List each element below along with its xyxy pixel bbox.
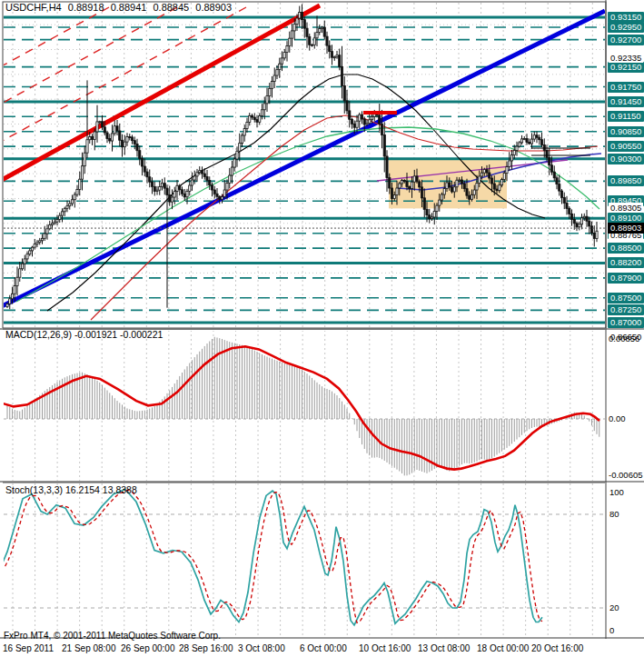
time-axis-label: 21 Sep 08:00 (62, 643, 116, 653)
price-axis-label: 0.90550 (608, 141, 644, 152)
time-axis-label: 20 Oct 16:00 (531, 643, 583, 653)
time-axis-label: 10 Oct 16:00 (359, 643, 411, 653)
quote-high: 0.88941 (111, 2, 147, 13)
price-axis-label: 0.91150 (608, 111, 644, 122)
time-axis-label: 6 Oct 00:00 (300, 643, 347, 653)
price-axis-label: 0.91750 (608, 82, 644, 93)
stoch-axis-label: 80 (609, 509, 619, 519)
time-axis-label: 18 Oct 00:00 (477, 643, 529, 653)
price-axis-label: 0.91450 (608, 96, 644, 107)
mt4-chart-window: USDCHF,H4 0.88918 0.88941 0.88845 0.8890… (0, 0, 644, 657)
stoch-axis-label: 0 (609, 625, 614, 635)
price-axis-label: 0.87250 (608, 304, 644, 315)
quote-close: 0.88903 (195, 2, 232, 13)
current-price-label: 0.88903 (608, 223, 644, 234)
time-axis-label: 26 Sep 00:00 (121, 643, 175, 653)
chart-symbol: USDCHF,H4 (5, 2, 62, 13)
price-axis-label: 0.88500 (608, 243, 644, 254)
copyright-text: FxPro MT4, © 2001-2011 MetaQuotes Softwa… (4, 631, 221, 641)
price-axis-label: 0.88200 (608, 257, 644, 268)
stoch-indicator-label: Stoch(13,3,3) 16.2154 13.8388 (5, 484, 137, 495)
time-axis-label: 13 Oct 08:00 (418, 643, 470, 653)
price-axis-label: 0.89850 (608, 175, 644, 186)
stoch-axis-label: 20 (609, 602, 619, 612)
time-axis-label: 28 Sep 16:00 (179, 643, 233, 653)
price-axis-plain-label: 0.92335 (609, 53, 643, 63)
stoch-label: Stoch(13,3,3) (5, 484, 63, 495)
quote-low: 0.88845 (153, 2, 189, 13)
stoch-values: 16.2154 13.8388 (65, 484, 137, 495)
price-axis-plain-label: 0.89305 (609, 203, 643, 213)
stoch-panel-area[interactable] (4, 483, 605, 637)
price-axis-label: 0.90850 (608, 126, 644, 137)
price-axis-label: 0.90300 (608, 154, 644, 164)
chart-title: USDCHF,H4 0.88918 0.88941 0.88845 0.8890… (5, 2, 235, 13)
time-axis-label: 16 Sep 2011 (3, 643, 54, 653)
macd-axis-label: -0.00605 (609, 470, 643, 480)
macd-label: MACD(12,26,9) (5, 329, 72, 340)
price-axis-label: 0.87500 (608, 293, 644, 304)
price-axis-label: 0.87900 (608, 273, 644, 284)
macd-axis-label: 0.00 (609, 413, 626, 423)
quote-open: 0.88918 (68, 2, 104, 13)
macd-indicator-label: MACD(12,26,9) -0.001921 -0.000221 (5, 329, 163, 340)
macd-axis-label: 0.00856 (609, 333, 639, 343)
price-axis-label: 0.87000 (608, 317, 644, 328)
main-chart-area[interactable] (4, 3, 605, 328)
price-axis-label: 0.92700 (608, 35, 644, 45)
macd-values: -0.001921 -0.000221 (74, 329, 163, 340)
price-axis-label: 0.92950 (608, 22, 644, 33)
stoch-axis-label: 100 (609, 487, 624, 497)
macd-panel-area[interactable] (4, 330, 605, 481)
time-axis-label: 3 Oct 08:00 (238, 643, 285, 653)
price-axis-label: 0.92150 (608, 62, 644, 73)
